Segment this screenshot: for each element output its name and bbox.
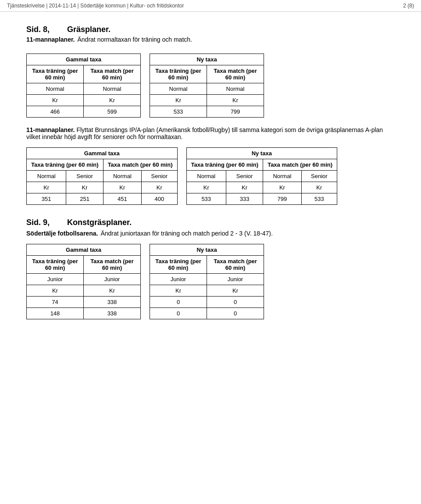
table3-new: Ny taxa Taxa träning (per 60 min) Taxa m… xyxy=(150,244,264,319)
table3-old-header: Gammal taxa xyxy=(27,244,141,256)
table2-old-col2-header: Taxa match (per 60 min) xyxy=(103,159,177,171)
table2-new-kr3: Kr xyxy=(263,182,301,193)
table2-old-val4: 400 xyxy=(142,193,177,205)
section9-subtitle-block: Södertälje fotbollsarena. Ändrat juniort… xyxy=(26,230,395,237)
table2-new-val2: 333 xyxy=(226,193,263,205)
table3-old-col2: Taxa match (per 60 min) xyxy=(84,256,141,274)
table1-new: Ny taxa Taxa träning (per 60 min) Taxa m… xyxy=(150,54,264,118)
table2-old-sub3: Normal xyxy=(103,171,141,182)
subtitle2: 11-mannaplaner. xyxy=(26,126,75,133)
table2-old-val3: 451 xyxy=(103,193,141,205)
table3-new-kr1: Kr xyxy=(150,285,207,297)
table2-new-col3-header: Taxa träning (per 60 min) xyxy=(186,159,263,171)
subtitle1-desc: Ändrat normaltaxan för träning och match… xyxy=(78,36,192,43)
table2-old: Gammal taxa Taxa träning (per 60 min) Ta… xyxy=(26,147,178,205)
table3-new-val2: 0 xyxy=(207,297,264,308)
header-bar: Tjänsteskrivelse | 2014-11-14 | Södertäl… xyxy=(0,0,421,12)
section8-title-line: Sid. 8, Gräsplaner. xyxy=(26,25,395,34)
table1-val2: 599 xyxy=(84,106,141,118)
table3-old-val4: 338 xyxy=(84,308,141,319)
breadcrumb: Tjänsteskrivelse | 2014-11-14 | Södertäl… xyxy=(7,3,184,9)
subtitle2-desc: Flyttat Brunnsängs IP/A-plan (Amerikansk… xyxy=(26,126,383,140)
table1-old: Gammal taxa Taxa träning (per 60 min) Ta… xyxy=(26,54,141,118)
table1-normal4: Normal xyxy=(207,83,264,95)
table1-kr3: Kr xyxy=(150,95,207,106)
section9-block: Sid. 9, Konstgräsplaner. Södertälje fotb… xyxy=(26,218,395,319)
table2-new-sub4: Senior xyxy=(301,171,337,182)
table2-wrapper: Gammal taxa Taxa träning (per 60 min) Ta… xyxy=(26,147,395,205)
table1-normal3: Normal xyxy=(150,83,207,95)
section9-subtitle-desc: Ändrat juniortaxan för träning och match… xyxy=(100,230,272,237)
table1-col4-header: Taxa match (per 60 min) xyxy=(207,65,264,83)
table2-new-val3: 799 xyxy=(263,193,301,205)
table2-new-val4: 533 xyxy=(301,193,337,205)
table3-new-val1: 0 xyxy=(150,297,207,308)
table3-old-val2: 338 xyxy=(84,297,141,308)
table1-kr1: Kr xyxy=(27,95,84,106)
section8-subtitle1-line: 11-mannaplaner. Ändrat normaltaxan för t… xyxy=(26,36,395,43)
table3-new-kr2: Kr xyxy=(207,285,264,297)
table3-new-col3: Taxa träning (per 60 min) xyxy=(150,256,207,274)
table1-val4: 799 xyxy=(207,106,264,118)
table2-new-val1: 533 xyxy=(186,193,226,205)
table3-old-kr2: Kr xyxy=(84,285,141,297)
table2-new-header: Ny taxa xyxy=(186,148,337,159)
table2-old-sub4: Senior xyxy=(142,171,177,182)
sid9-title: Konstgräsplaner. xyxy=(67,218,132,227)
table3-new-junior2: Junior xyxy=(207,274,264,285)
table3-old-junior1: Junior xyxy=(27,274,84,285)
table2-new-kr2: Kr xyxy=(226,182,263,193)
table1-col1-header: Taxa träning (per 60 min) xyxy=(27,65,84,83)
table2-old-kr3: Kr xyxy=(103,182,141,193)
table1-kr2: Kr xyxy=(84,95,141,106)
table3-old-junior2: Junior xyxy=(84,274,141,285)
table3-new-junior1: Junior xyxy=(150,274,207,285)
table2-new-kr4: Kr xyxy=(301,182,337,193)
table2-old-sub1: Normal xyxy=(27,171,66,182)
section9-subtitle: Södertälje fotbollsarena. xyxy=(26,230,98,237)
table2-new-col4-header: Taxa match (per 60 min) xyxy=(263,159,337,171)
table2-new-sub3: Normal xyxy=(263,171,301,182)
table3-old-val1: 74 xyxy=(27,297,84,308)
table2-new-sub1: Normal xyxy=(186,171,226,182)
table3-new-col4: Taxa match (per 60 min) xyxy=(207,256,264,274)
table1-val1: 466 xyxy=(27,106,84,118)
table3-new-val4: 0 xyxy=(207,308,264,319)
section9-title-line: Sid. 9, Konstgräsplaner. xyxy=(26,218,395,227)
table1-col3-header: Taxa träning (per 60 min) xyxy=(150,65,207,83)
table2-old-kr4: Kr xyxy=(142,182,177,193)
table3-new-header: Ny taxa xyxy=(150,244,264,256)
table2-old-val1: 351 xyxy=(27,193,66,205)
table3-old: Gammal taxa Taxa träning (per 60 min) Ta… xyxy=(26,244,141,319)
table2-new-sub2: Senior xyxy=(226,171,263,182)
table1-kr4: Kr xyxy=(207,95,264,106)
sid8-label: Sid. 8, xyxy=(26,25,50,34)
subtitle1: 11-mannaplaner. xyxy=(26,36,75,43)
page-number: 2 (8) xyxy=(403,3,414,9)
table3-old-kr1: Kr xyxy=(27,285,84,297)
table1-col2-header: Taxa match (per 60 min) xyxy=(84,65,141,83)
sid8-title: Gräsplaner. xyxy=(67,25,111,34)
table2-new: Ny taxa Taxa träning (per 60 min) Taxa m… xyxy=(186,147,338,205)
table3-wrapper: Gammal taxa Taxa träning (per 60 min) Ta… xyxy=(26,244,395,319)
main-content: Sid. 8, Gräsplaner. 11-mannaplaner. Ändr… xyxy=(0,12,421,340)
table2-old-val2: 251 xyxy=(66,193,103,205)
table2-old-col1-header: Taxa träning (per 60 min) xyxy=(27,159,103,171)
subtitle2-block: 11-mannaplaner. Flyttat Brunnsängs IP/A-… xyxy=(26,126,395,140)
table2-old-sub2: Senior xyxy=(66,171,103,182)
table2-new-kr1: Kr xyxy=(186,182,226,193)
table1-normal1: Normal xyxy=(27,83,84,95)
table3-old-val3: 148 xyxy=(27,308,84,319)
table2-old-header: Gammal taxa xyxy=(27,148,178,159)
table2-old-kr2: Kr xyxy=(66,182,103,193)
sid9-label: Sid. 9, xyxy=(26,218,50,227)
table2-old-kr1: Kr xyxy=(27,182,66,193)
table1-new-header: Ny taxa xyxy=(150,54,264,65)
table3-old-col1: Taxa träning (per 60 min) xyxy=(27,256,84,274)
table3-new-val3: 0 xyxy=(150,308,207,319)
table1-old-header: Gammal taxa xyxy=(27,54,141,65)
table1-normal2: Normal xyxy=(84,83,141,95)
table1-val3: 533 xyxy=(150,106,207,118)
table1-wrapper: Gammal taxa Taxa träning (per 60 min) Ta… xyxy=(26,54,395,118)
